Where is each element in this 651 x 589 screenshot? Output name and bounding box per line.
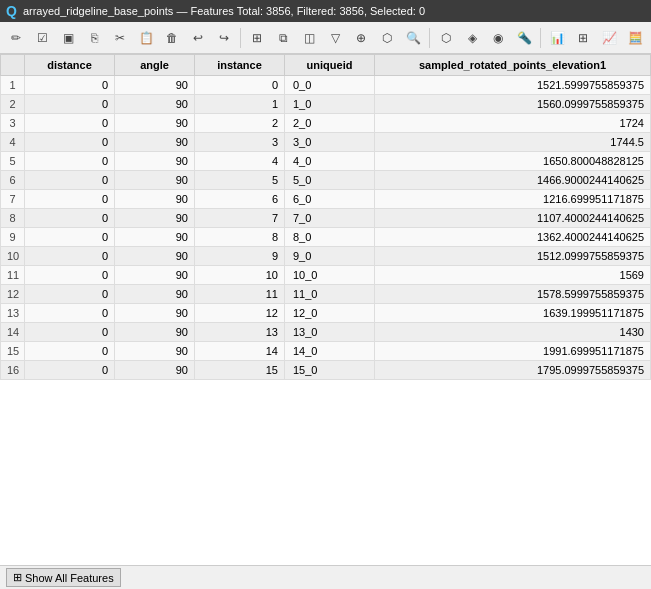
cut-button[interactable]: ✂ xyxy=(108,26,132,50)
col-header-instance[interactable]: instance xyxy=(195,55,285,76)
action2-button[interactable]: ◈ xyxy=(460,26,484,50)
cell-uniqueid: 13_0 xyxy=(285,323,375,342)
redo-button[interactable]: ↪ xyxy=(212,26,236,50)
cell-uniqueid: 8_0 xyxy=(285,228,375,247)
cell-rownum: 6 xyxy=(1,171,25,190)
cell-uniqueid: 7_0 xyxy=(285,209,375,228)
cell-distance: 0 xyxy=(25,76,115,95)
cell-rownum: 2 xyxy=(1,95,25,114)
table-row[interactable]: 14 0 90 13 13_0 1430 xyxy=(1,323,651,342)
cell-distance: 0 xyxy=(25,323,115,342)
cell-elevation: 1430 xyxy=(375,323,651,342)
cell-uniqueid: 11_0 xyxy=(285,285,375,304)
table-row[interactable]: 11 0 90 10 10_0 1569 xyxy=(1,266,651,285)
col-header-angle[interactable]: angle xyxy=(115,55,195,76)
zoom-layer-button[interactable]: ◫ xyxy=(297,26,321,50)
cell-angle: 90 xyxy=(115,95,195,114)
col-header-elevation[interactable]: sampled_rotated_points_elevation1 xyxy=(375,55,651,76)
cell-angle: 90 xyxy=(115,133,195,152)
cell-uniqueid: 4_0 xyxy=(285,152,375,171)
cell-distance: 0 xyxy=(25,342,115,361)
stats-button[interactable]: 📊 xyxy=(545,26,569,50)
cell-instance: 14 xyxy=(195,342,285,361)
cell-angle: 90 xyxy=(115,285,195,304)
table-row[interactable]: 1 0 90 0 0_0 1521.5999755859375 xyxy=(1,76,651,95)
cell-instance: 11 xyxy=(195,285,285,304)
cell-instance: 9 xyxy=(195,247,285,266)
undo-button[interactable]: ↩ xyxy=(186,26,210,50)
separator-1 xyxy=(240,28,241,48)
cell-instance: 3 xyxy=(195,133,285,152)
zoom-full-button[interactable]: ⊞ xyxy=(245,26,269,50)
cell-uniqueid: 3_0 xyxy=(285,133,375,152)
select-all-button[interactable]: ☑ xyxy=(30,26,54,50)
cell-elevation: 1521.5999755859375 xyxy=(375,76,651,95)
table-row[interactable]: 6 0 90 5 5_0 1466.9000244140625 xyxy=(1,171,651,190)
cell-angle: 90 xyxy=(115,342,195,361)
cell-distance: 0 xyxy=(25,171,115,190)
cell-distance: 0 xyxy=(25,133,115,152)
cell-distance: 0 xyxy=(25,228,115,247)
table-row[interactable]: 5 0 90 4 4_0 1650.800048828125 xyxy=(1,152,651,171)
show-all-features-button[interactable]: ⊞ Show All Features xyxy=(6,568,121,587)
table-row[interactable]: 13 0 90 12 12_0 1639.199951171875 xyxy=(1,304,651,323)
deselect-button[interactable]: ▣ xyxy=(56,26,80,50)
col-header-uniqueid[interactable]: uniqueid xyxy=(285,55,375,76)
cell-uniqueid: 0_0 xyxy=(285,76,375,95)
search-button[interactable]: 🔍 xyxy=(401,26,425,50)
table-row[interactable]: 4 0 90 3 3_0 1744.5 xyxy=(1,133,651,152)
action4-button[interactable]: 🔦 xyxy=(512,26,536,50)
calc-button[interactable]: 🧮 xyxy=(623,26,647,50)
cell-distance: 0 xyxy=(25,247,115,266)
select-location-button[interactable]: ⊕ xyxy=(349,26,373,50)
cell-distance: 0 xyxy=(25,266,115,285)
cell-distance: 0 xyxy=(25,114,115,133)
cell-uniqueid: 2_0 xyxy=(285,114,375,133)
col-header-distance[interactable]: distance xyxy=(25,55,115,76)
cell-rownum: 4 xyxy=(1,133,25,152)
cell-instance: 10 xyxy=(195,266,285,285)
cell-angle: 90 xyxy=(115,171,195,190)
cell-angle: 90 xyxy=(115,190,195,209)
table-row[interactable]: 16 0 90 15 15_0 1795.0999755859375 xyxy=(1,361,651,380)
cell-angle: 90 xyxy=(115,247,195,266)
delete-button[interactable]: 🗑 xyxy=(160,26,184,50)
cell-angle: 90 xyxy=(115,76,195,95)
cell-rownum: 7 xyxy=(1,190,25,209)
cell-distance: 0 xyxy=(25,95,115,114)
toolbar: ✏ ☑ ▣ ⎘ ✂ 📋 🗑 ↩ ↪ ⊞ ⧉ ◫ ▽ ⊕ ⬡ 🔍 ⬡ ◈ ◉ 🔦 … xyxy=(0,22,651,54)
attribute-table[interactable]: distance angle instance uniqueid sampled… xyxy=(0,54,651,565)
cell-instance: 7 xyxy=(195,209,285,228)
cell-uniqueid: 1_0 xyxy=(285,95,375,114)
new-action-button[interactable]: ⬡ xyxy=(434,26,458,50)
cell-angle: 90 xyxy=(115,228,195,247)
zoom-selected-button[interactable]: ⧉ xyxy=(271,26,295,50)
table-row[interactable]: 9 0 90 8 8_0 1362.4000244140625 xyxy=(1,228,651,247)
cell-elevation: 1466.9000244140625 xyxy=(375,171,651,190)
cell-rownum: 1 xyxy=(1,76,25,95)
select-polygon-button[interactable]: ⬡ xyxy=(375,26,399,50)
action3-button[interactable]: ◉ xyxy=(486,26,510,50)
cell-instance: 1 xyxy=(195,95,285,114)
table-row[interactable]: 7 0 90 6 6_0 1216.699951171875 xyxy=(1,190,651,209)
edit-button[interactable]: ✏ xyxy=(4,26,28,50)
filter-button[interactable]: ▽ xyxy=(323,26,347,50)
table-row[interactable]: 12 0 90 11 11_0 1578.5999755859375 xyxy=(1,285,651,304)
table-row[interactable]: 8 0 90 7 7_0 1107.4000244140625 xyxy=(1,209,651,228)
cell-uniqueid: 12_0 xyxy=(285,304,375,323)
table-row[interactable]: 3 0 90 2 2_0 1724 xyxy=(1,114,651,133)
cell-elevation: 1639.199951171875 xyxy=(375,304,651,323)
cell-rownum: 8 xyxy=(1,209,25,228)
chart-button[interactable]: 📈 xyxy=(597,26,621,50)
cell-distance: 0 xyxy=(25,361,115,380)
cell-instance: 2 xyxy=(195,114,285,133)
table-row[interactable]: 10 0 90 9 9_0 1512.0999755859375 xyxy=(1,247,651,266)
cell-rownum: 5 xyxy=(1,152,25,171)
table-row[interactable]: 15 0 90 14 14_0 1991.699951171875 xyxy=(1,342,651,361)
table-row[interactable]: 2 0 90 1 1_0 1560.0999755859375 xyxy=(1,95,651,114)
cell-instance: 15 xyxy=(195,361,285,380)
col-header-rownum xyxy=(1,55,25,76)
paste-button[interactable]: 📋 xyxy=(134,26,158,50)
table-button[interactable]: ⊞ xyxy=(571,26,595,50)
copy-button[interactable]: ⎘ xyxy=(82,26,106,50)
